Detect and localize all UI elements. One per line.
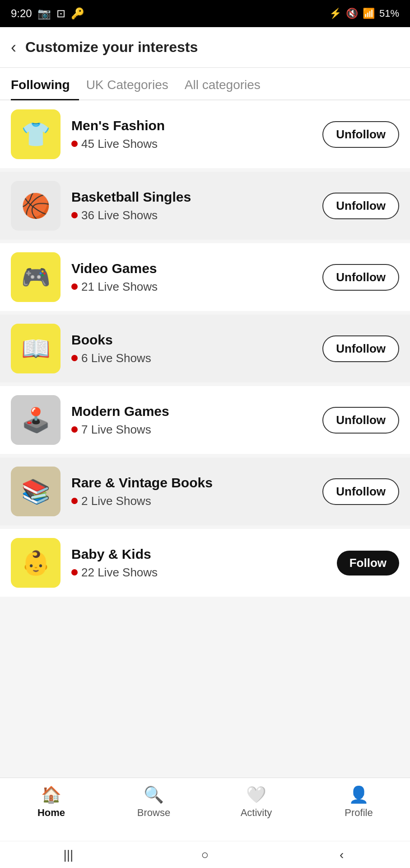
live-dot	[71, 141, 78, 147]
live-dot	[71, 426, 78, 433]
nav-item-profile[interactable]: 👤 Profile	[308, 785, 410, 819]
battery: 51%	[379, 8, 399, 19]
home-icon: 🏠	[41, 785, 61, 804]
category-name: Modern Games	[71, 404, 322, 419]
mute-icon: 🔇	[346, 8, 358, 19]
category-info: Rare & Vintage Books 2 Live Shows	[71, 475, 322, 508]
back-nav-button[interactable]: ‹	[331, 848, 353, 862]
unfollow-button[interactable]: Unfollow	[322, 193, 399, 219]
bluetooth-icon: ⚡	[329, 8, 341, 19]
list-item: Basketball Singles 36 Live Shows Unfollo…	[0, 172, 410, 240]
nav-item-activity[interactable]: 🤍 Activity	[205, 785, 308, 819]
category-info: Baby & Kids 22 Live Shows	[71, 547, 337, 580]
nav-item-home[interactable]: 🏠 Home	[0, 785, 102, 819]
category-name: Men's Fashion	[71, 118, 322, 133]
search-icon: 🔍	[144, 785, 164, 804]
category-info: Books 6 Live Shows	[71, 332, 322, 365]
system-nav-bar: ||| ○ ‹	[0, 841, 410, 868]
live-shows: 36 Live Shows	[71, 208, 322, 222]
list-item: Modern Games 7 Live Shows Unfollow	[0, 386, 410, 454]
category-name: Baby & Kids	[71, 547, 337, 562]
category-name: Video Games	[71, 261, 322, 276]
list-item: Books 6 Live Shows Unfollow	[0, 315, 410, 382]
live-shows: 6 Live Shows	[71, 351, 322, 365]
live-dot	[71, 283, 78, 290]
category-name: Books	[71, 332, 322, 348]
camera-icon: 📷	[37, 7, 51, 20]
header: ‹ Customize your interests	[0, 27, 410, 68]
nav-label-home: Home	[37, 807, 65, 819]
category-name: Basketball Singles	[71, 189, 322, 205]
category-thumb-videogames	[11, 252, 61, 302]
category-thumb-moderngames	[11, 395, 61, 445]
live-shows: 2 Live Shows	[71, 494, 322, 508]
list-item: Video Games 21 Live Shows Unfollow	[0, 243, 410, 311]
category-info: Video Games 21 Live Shows	[71, 261, 322, 294]
tab-uk-categories[interactable]: UK Categories	[86, 78, 177, 99]
list-item: Rare & Vintage Books 2 Live Shows Unfoll…	[0, 458, 410, 525]
status-right: ⚡ 🔇 📶 51%	[329, 8, 399, 19]
home-button[interactable]: ○	[194, 848, 216, 862]
tabs-bar: Following UK Categories All categories	[0, 68, 410, 100]
category-thumb-books	[11, 324, 61, 373]
live-shows: 7 Live Shows	[71, 423, 322, 437]
live-dot	[71, 355, 78, 361]
tab-all-categories[interactable]: All categories	[185, 78, 270, 99]
content-area: Men's Fashion 45 Live Shows Unfollow Bas…	[0, 100, 410, 809]
live-dot	[71, 498, 78, 504]
live-dot	[71, 212, 78, 218]
live-shows: 22 Live Shows	[71, 566, 337, 580]
list-item: Men's Fashion 45 Live Shows Unfollow	[0, 100, 410, 168]
nav-label-profile: Profile	[345, 807, 373, 819]
category-info: Men's Fashion 45 Live Shows	[71, 118, 322, 151]
category-info: Basketball Singles 36 Live Shows	[71, 189, 322, 222]
status-bar: 9:20 📷 ⊡ 🔑 ⚡ 🔇 📶 51%	[0, 0, 410, 27]
unfollow-button[interactable]: Unfollow	[322, 335, 399, 362]
status-left: 9:20 📷 ⊡ 🔑	[11, 7, 84, 20]
tab-following[interactable]: Following	[11, 78, 79, 99]
key-icon: 🔑	[71, 7, 84, 20]
nav-label-browse: Browse	[137, 807, 170, 819]
unfollow-button[interactable]: Unfollow	[322, 407, 399, 434]
unfollow-button[interactable]: Unfollow	[322, 264, 399, 291]
category-info: Modern Games 7 Live Shows	[71, 404, 322, 437]
nav-item-browse[interactable]: 🔍 Browse	[102, 785, 205, 819]
category-thumb-mens-fashion	[11, 109, 61, 159]
profile-icon: 👤	[349, 785, 369, 804]
live-shows: 21 Live Shows	[71, 280, 322, 294]
category-thumb-basketball	[11, 181, 61, 231]
unfollow-button[interactable]: Unfollow	[322, 478, 399, 505]
follow-button[interactable]: Follow	[337, 551, 399, 576]
live-shows: 45 Live Shows	[71, 137, 322, 151]
bottom-nav: 🏠 Home 🔍 Browse 🤍 Activity 👤 Profile	[0, 778, 410, 841]
page-title: Customize your interests	[25, 39, 198, 56]
list-item: Baby & Kids 22 Live Shows Follow	[0, 529, 410, 597]
live-dot	[71, 569, 78, 576]
heart-icon: 🤍	[246, 785, 266, 804]
category-thumb-vintage	[11, 467, 61, 516]
unfollow-button[interactable]: Unfollow	[322, 121, 399, 148]
recent-apps-button[interactable]: |||	[57, 848, 79, 862]
status-time: 9:20	[11, 7, 32, 20]
category-name: Rare & Vintage Books	[71, 475, 322, 491]
category-thumb-babykids	[11, 538, 61, 588]
nav-label-activity: Activity	[241, 807, 272, 819]
record-icon: ⊡	[56, 7, 65, 20]
wifi-icon: 📶	[363, 8, 375, 19]
back-button[interactable]: ‹	[11, 38, 16, 57]
